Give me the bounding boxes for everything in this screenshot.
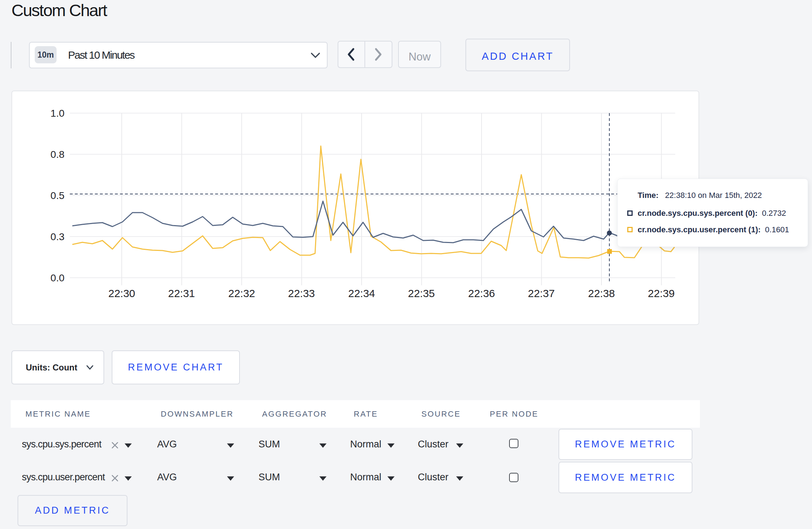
svg-text:22:32: 22:32 — [228, 287, 255, 299]
svg-text:22:33: 22:33 — [288, 287, 315, 299]
svg-text:0.5: 0.5 — [50, 190, 64, 201]
svg-text:0.3: 0.3 — [50, 231, 64, 242]
svg-text:0.0: 0.0 — [50, 272, 64, 283]
svg-text:22:37: 22:37 — [528, 287, 555, 299]
svg-text:22:38: 22:38 — [588, 287, 615, 299]
svg-text:22:31: 22:31 — [168, 287, 195, 299]
svg-text:0.8: 0.8 — [50, 149, 64, 160]
svg-text:22:34: 22:34 — [348, 287, 375, 299]
svg-text:22:39: 22:39 — [648, 287, 675, 299]
svg-text:22:35: 22:35 — [408, 287, 435, 299]
svg-text:22:30: 22:30 — [108, 287, 135, 299]
svg-text:1.0: 1.0 — [50, 108, 64, 119]
svg-text:22:36: 22:36 — [468, 287, 495, 299]
